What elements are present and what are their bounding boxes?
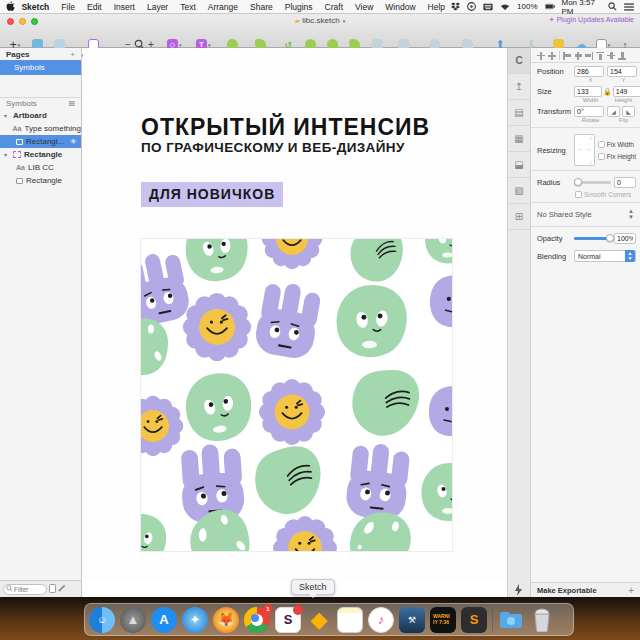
pencil-icon[interactable] bbox=[58, 584, 66, 594]
position-y-field[interactable] bbox=[607, 66, 637, 77]
alignment-toolbar bbox=[531, 48, 640, 63]
craft-stamp-icon[interactable]: ▤ bbox=[508, 100, 530, 126]
dock-chrome-icon[interactable]: 1 bbox=[244, 607, 270, 633]
dock-finder-icon[interactable]: ☺ bbox=[89, 607, 115, 633]
menu-arrange[interactable]: Arrange bbox=[202, 0, 244, 14]
menu-text[interactable]: Text bbox=[174, 0, 202, 14]
height-field[interactable] bbox=[613, 86, 640, 97]
pattern-image[interactable] bbox=[141, 239, 452, 551]
onepassword-icon[interactable] bbox=[467, 2, 476, 12]
eye-visibility-icon[interactable]: 👁 bbox=[70, 138, 77, 145]
dock-launchpad-icon[interactable]: ▲ bbox=[120, 607, 146, 633]
flip-sublabel: Flip bbox=[607, 117, 640, 123]
disclosure-triangle-icon[interactable]: ▾ bbox=[4, 151, 10, 158]
shared-style-dropdown[interactable]: No Shared Style ▲▼ bbox=[531, 203, 640, 222]
menu-window[interactable]: Window bbox=[379, 0, 421, 14]
text-layer-icon: Aa bbox=[13, 125, 22, 132]
add-export-button[interactable]: + bbox=[628, 585, 634, 596]
dock-xcode-icon[interactable]: ⚒ bbox=[399, 607, 425, 633]
dock-downloads-folder-icon[interactable] bbox=[498, 607, 524, 633]
align-top-icon[interactable] bbox=[596, 52, 604, 60]
dock-firefox-icon[interactable]: 🦊 bbox=[213, 607, 239, 633]
align-bottom-icon[interactable] bbox=[618, 52, 626, 60]
menu-file[interactable]: File bbox=[55, 0, 81, 14]
page-icon[interactable] bbox=[49, 584, 56, 595]
position-label: Position bbox=[537, 67, 571, 76]
craft-forms-icon[interactable]: ▦ bbox=[508, 126, 530, 152]
add-page-button[interactable]: + bbox=[70, 50, 75, 59]
lightning-bolt-icon[interactable] bbox=[514, 584, 523, 596]
dock-safari-icon[interactable]: ✦ bbox=[182, 607, 208, 633]
disclosure-triangle-icon[interactable]: ▾ bbox=[4, 112, 10, 119]
dock-notes-icon[interactable] bbox=[337, 607, 363, 633]
menu-edit[interactable]: Edit bbox=[81, 0, 108, 14]
position-x-field[interactable] bbox=[574, 66, 604, 77]
fix-width-checkbox[interactable]: Fix Width bbox=[598, 141, 636, 148]
apple-menu-icon[interactable] bbox=[6, 2, 15, 12]
menu-sketch[interactable]: Sketch bbox=[15, 0, 55, 14]
wifi-icon[interactable] bbox=[500, 2, 510, 12]
rotate-field[interactable] bbox=[574, 106, 604, 117]
craft-logo-icon[interactable]: C bbox=[508, 48, 530, 74]
align-middle-v-icon[interactable] bbox=[607, 52, 615, 60]
layer-lib-cc[interactable]: Aa LIB CC bbox=[0, 161, 81, 174]
menu-view[interactable]: View bbox=[349, 0, 379, 14]
menu-layer[interactable]: Layer bbox=[141, 0, 174, 14]
layer-rectangle-2[interactable]: Rectangle bbox=[0, 174, 81, 187]
dock-trash-icon[interactable] bbox=[529, 607, 555, 633]
spotlight-search-icon[interactable] bbox=[608, 2, 617, 12]
dock-itunes-icon[interactable]: ♪ bbox=[368, 607, 394, 633]
blending-label: Blending bbox=[537, 252, 571, 261]
lock-aspect-icon[interactable]: 🔒 bbox=[603, 88, 612, 96]
artboard-title-line2: ПО ГРАФИЧЕСКОМУ И ВЕБ-ДИЗАЙНУ bbox=[141, 140, 471, 155]
width-field[interactable] bbox=[574, 86, 602, 97]
blending-select[interactable]: Normal ▲▼ bbox=[574, 250, 636, 262]
craft-share-icon[interactable]: ↥ bbox=[508, 74, 530, 100]
distribute-horizontal-icon[interactable] bbox=[537, 52, 545, 60]
notification-center-icon[interactable] bbox=[624, 2, 634, 12]
dock-slack-icon[interactable]: S bbox=[275, 607, 301, 633]
stepper-arrows-icon: ▲▼ bbox=[628, 208, 634, 220]
document-title[interactable]: ▰ libc.sketch ▾ bbox=[0, 16, 640, 25]
opacity-slider[interactable] bbox=[574, 237, 611, 240]
symbols-grid-icon[interactable]: ⊞ bbox=[68, 99, 75, 108]
dock-sketch-icon[interactable]: ◆ bbox=[306, 607, 332, 633]
menu-help[interactable]: Help bbox=[422, 0, 451, 14]
smooth-corners-checkbox[interactable]: Smooth Corners bbox=[575, 191, 631, 198]
craft-photos-icon[interactable]: ▧ bbox=[508, 178, 530, 204]
resizing-widget[interactable]: ↑↓ ←→ bbox=[574, 134, 595, 166]
align-center-h-icon[interactable] bbox=[574, 52, 582, 60]
craft-add-photo-icon[interactable]: ⊞ bbox=[508, 204, 530, 230]
opacity-field[interactable] bbox=[614, 233, 636, 244]
plugin-updates-notice[interactable]: ✦ Plugin Updates Available bbox=[549, 16, 634, 24]
dropbox-icon[interactable] bbox=[451, 2, 460, 12]
layer-rectangle-symbol[interactable]: ▾ Rectangle bbox=[0, 148, 81, 161]
keyboard-layout-icon[interactable] bbox=[483, 2, 493, 12]
menu-share[interactable]: Share bbox=[244, 0, 279, 14]
width-sublabel: Width bbox=[574, 97, 607, 103]
menu-insert[interactable]: Insert bbox=[108, 0, 141, 14]
flip-horizontal-button[interactable]: ◢ bbox=[607, 106, 620, 117]
layer-artboard[interactable]: ▾ Artboard bbox=[0, 109, 81, 122]
radius-field[interactable] bbox=[614, 177, 636, 188]
window-title-bar: ▰ libc.sketch ▾ ✦ Plugin Updates Availab… bbox=[0, 14, 640, 48]
layer-rectangle-selected[interactable]: Rectangl... 👁 bbox=[0, 135, 81, 148]
make-exportable-bar[interactable]: Make Exportable + bbox=[531, 582, 640, 597]
dock-appstore-icon[interactable]: A bbox=[151, 607, 177, 633]
dock-warning-terminal-icon[interactable]: WARNI IY 7:36 bbox=[430, 607, 456, 633]
layer-type-something[interactable]: Aa Type something bbox=[0, 122, 81, 135]
page-item-symbols[interactable]: Symbols bbox=[0, 60, 81, 75]
opacity-label: Opacity bbox=[537, 234, 571, 243]
menu-craft[interactable]: Craft bbox=[319, 0, 349, 14]
menu-plugins[interactable]: Plugins bbox=[279, 0, 319, 14]
filter-search-icon bbox=[6, 585, 13, 592]
radius-slider[interactable] bbox=[574, 181, 611, 184]
dock-sublime-icon[interactable]: S bbox=[461, 607, 487, 633]
fix-height-checkbox[interactable]: Fix Height bbox=[598, 153, 636, 160]
distribute-vertical-icon[interactable] bbox=[548, 52, 556, 60]
y-sublabel: Y bbox=[607, 77, 640, 83]
align-left-icon[interactable] bbox=[563, 52, 571, 60]
flip-vertical-button[interactable]: ◣ bbox=[622, 106, 635, 117]
craft-layout-icon[interactable]: ⬓ bbox=[508, 152, 530, 178]
align-right-icon[interactable] bbox=[585, 52, 593, 60]
